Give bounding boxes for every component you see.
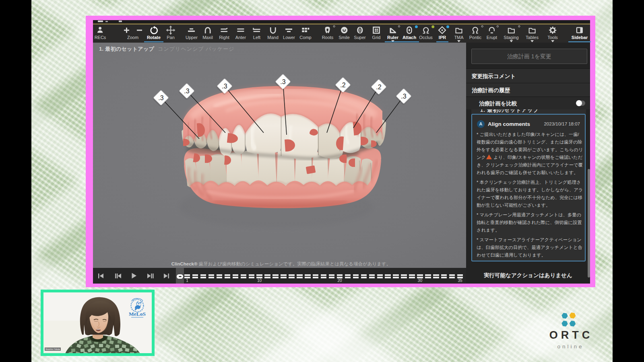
svg-text:.3: .3	[280, 78, 285, 85]
svg-text:.2: .2	[376, 84, 381, 90]
svg-text:.3: .3	[401, 93, 406, 100]
svg-text:.3: .3	[184, 88, 189, 95]
svg-text:.2: .2	[340, 82, 345, 88]
svg-text:.3: .3	[222, 83, 227, 90]
svg-text:.3: .3	[158, 95, 163, 101]
svg-text:MeLoS: MeLoS	[129, 311, 146, 317]
